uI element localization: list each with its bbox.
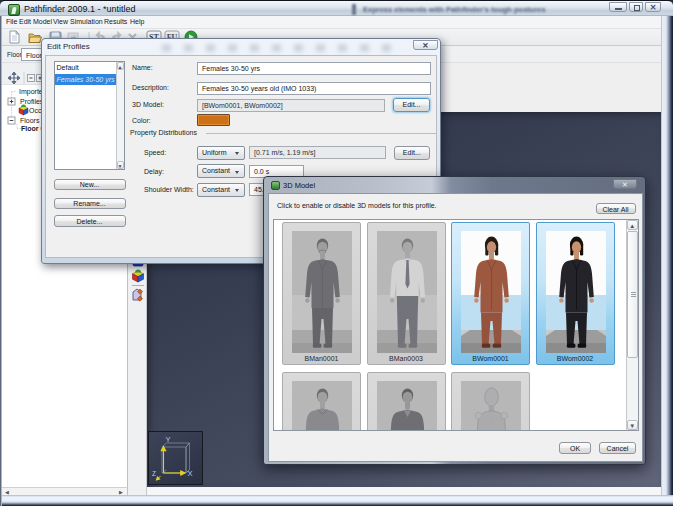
svg-text:X: X	[188, 469, 193, 478]
svg-text:Z: Z	[152, 470, 156, 477]
svg-text:Y: Y	[166, 435, 171, 444]
